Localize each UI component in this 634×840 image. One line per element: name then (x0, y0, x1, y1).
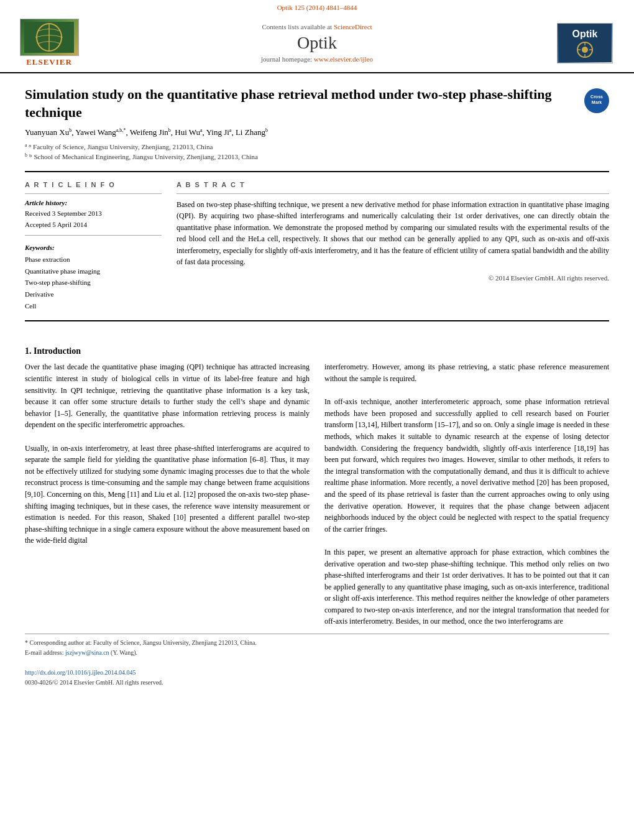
journal-center-info: Contents lists available at ScienceDirec… (83, 23, 551, 63)
article-info-header: A R T I C L E I N F O (25, 181, 162, 188)
corresponding-note: * Corresponding author at: Faculty of Sc… (25, 638, 609, 648)
main-content: 1. Introduction Over the last decade the… (0, 330, 634, 627)
svg-point-6 (582, 47, 588, 53)
copyright-line: © 2014 Elsevier GmbH. All rights reserve… (177, 274, 609, 282)
email-link[interactable]: jszjwyw@sina.cn (65, 649, 109, 656)
article-title: Simulation study on the quantitative pha… (25, 86, 584, 121)
optik-logo-section: Optik (551, 23, 619, 63)
received-date: Received 3 September 2013 (25, 208, 162, 219)
article-section: Simulation study on the quantitative pha… (0, 73, 634, 162)
authors-line: Yuanyuan Xub, Yawei Wanga,b,*, Weifeng J… (25, 127, 609, 137)
elsevier-logo: ELSEVIER (15, 19, 83, 67)
keyword-3: Two-step phase-shifting (25, 277, 162, 288)
header-divider (25, 171, 609, 172)
abstract-col: A B S T R A C T Based on two-step phase-… (177, 181, 609, 312)
section1-title: 1. Introduction (25, 346, 609, 356)
abstract-header: A B S T R A C T (177, 181, 609, 188)
footnote-section: * Corresponding author at: Faculty of Sc… (25, 634, 609, 688)
keywords-block: Keywords: Phase extraction Quantitative … (25, 242, 162, 312)
optik-logo-image: Optik (557, 23, 613, 63)
journal-header: ELSEVIER Contents lists available at Sci… (0, 14, 634, 73)
article-title-row: Simulation study on the quantitative pha… (25, 86, 609, 121)
issn-line: 0030-4026/© 2014 Elsevier GmbH. All righ… (25, 678, 609, 688)
article-info-col: A R T I C L E I N F O Article history: R… (25, 181, 162, 312)
keyword-2: Quantitative phase imaging (25, 265, 162, 277)
intro-p2: Usually, in on-axis interferometry, at l… (25, 443, 310, 547)
contents-available-text: Contents lists available at ScienceDirec… (96, 23, 538, 30)
sciencedirect-link[interactable]: ScienceDirect (334, 23, 372, 30)
keyword-1: Phase extraction (25, 254, 162, 265)
keyword-4: Derivative (25, 288, 162, 300)
affiliations: a ᵃ Faculty of Science, Jiangsu Universi… (25, 142, 609, 162)
elsevier-label: ELSEVIER (26, 57, 72, 67)
intro-body: Over the last decade the quantitative ph… (25, 361, 609, 627)
elsevier-logo-section: ELSEVIER (15, 19, 83, 67)
intro-p3: interferometry. However, among its phase… (324, 361, 609, 384)
article-history-block: Article history: Received 3 September 20… (25, 198, 162, 231)
intro-p1: Over the last decade the quantitative ph… (25, 361, 310, 431)
journal-title: Optik (96, 33, 538, 53)
svg-text:Optik: Optik (572, 29, 597, 39)
intro-p5: In this paper, we present an alternative… (324, 547, 609, 627)
doi-footer-link[interactable]: http://dx.doi.org/10.1016/j.ijleo.2014.0… (25, 669, 136, 676)
accepted-date: Accepted 5 April 2014 (25, 219, 162, 231)
keyword-5: Cell (25, 300, 162, 312)
keywords-label: Keywords: (25, 242, 162, 254)
journal-homepage: journal homepage: www.elsevier.de/ijleo (96, 55, 538, 63)
history-label: Article history: (25, 198, 162, 209)
email-line: E-mail address: jszjwyw@sina.cn (Y. Wang… (25, 648, 609, 658)
intro-p4: In off-axis technique, another interfero… (324, 396, 609, 535)
intro-col-left: Over the last decade the quantitative ph… (25, 361, 310, 627)
crossmark-badge: Cross Mark (584, 88, 609, 113)
doi-text: Optik 125 (2014) 4841–4844 (277, 4, 357, 11)
svg-text:Cross: Cross (590, 95, 603, 99)
elsevier-logo-image (20, 19, 79, 56)
content-divider (25, 320, 609, 321)
doi-footnote: http://dx.doi.org/10.1016/j.ijleo.2014.0… (25, 668, 609, 678)
svg-text:Mark: Mark (592, 100, 602, 104)
homepage-link[interactable]: www.elsevier.de/ijleo (314, 55, 373, 63)
doi-line: Optik 125 (2014) 4841–4844 (0, 0, 634, 14)
article-info-abstract-section: A R T I C L E I N F O Article history: R… (0, 181, 634, 312)
intro-col-right: interferometry. However, among its phase… (324, 361, 609, 627)
abstract-text: Based on two-step phase-shifting techniq… (177, 199, 609, 269)
